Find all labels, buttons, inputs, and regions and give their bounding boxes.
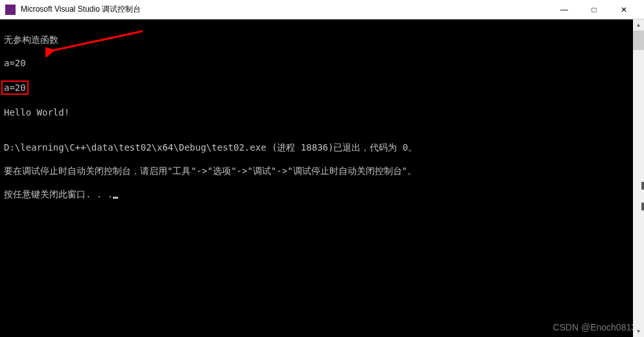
scrollbar[interactable]: ▲ ▼ xyxy=(633,19,644,337)
scroll-down-button[interactable]: ▼ xyxy=(633,326,644,337)
output-line: 无参构造函数 xyxy=(4,34,640,45)
side-icon[interactable] xyxy=(641,203,644,210)
text-cursor xyxy=(113,197,118,199)
output-line: a=20 xyxy=(4,81,640,95)
watermark-text: CSDN @Enoch0813 xyxy=(553,321,636,333)
scrollbar-thumb[interactable] xyxy=(633,31,644,50)
window-controls: — □ ✕ xyxy=(549,0,639,19)
side-panel-icons xyxy=(641,182,644,210)
titlebar: Microsoft Visual Studio 调试控制台 — □ ✕ xyxy=(0,0,644,19)
output-line: 要在调试停止时自动关闭控制台，请启用"工具"->"选项"->"调试"->"调试停… xyxy=(4,165,640,177)
output-line: D:\learning\C++\data\test02\x64\Debug\te… xyxy=(4,142,640,153)
side-icon[interactable] xyxy=(641,182,644,190)
console-output[interactable]: 无参构造函数 a=20 a=20 Hello World! D:\learnin… xyxy=(0,19,644,337)
app-icon xyxy=(5,5,16,15)
scroll-up-button[interactable]: ▲ xyxy=(633,19,644,31)
window-title: Microsoft Visual Studio 调试控制台 xyxy=(21,4,549,15)
output-line: 按任意键关闭此窗口. . . xyxy=(4,188,640,200)
output-line: a=20 xyxy=(4,57,640,69)
highlighted-output: a=20 xyxy=(1,81,29,95)
output-line: Hello World! xyxy=(4,106,640,118)
close-button[interactable]: ✕ xyxy=(609,0,639,19)
maximize-button[interactable]: □ xyxy=(579,0,609,19)
minimize-button[interactable]: — xyxy=(549,0,579,19)
